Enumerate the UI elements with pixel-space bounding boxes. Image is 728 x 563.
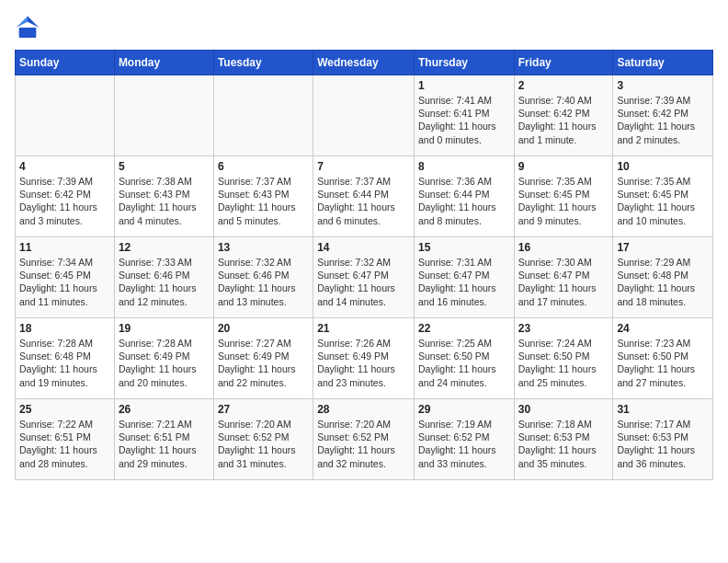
day-info: Sunrise: 7:28 AM Sunset: 6:49 PM Dayligh… [119,337,210,389]
day-number: 31 [617,403,709,416]
svg-marker-1 [17,17,28,28]
day-number: 1 [418,79,510,92]
weekday-header-wednesday: Wednesday [313,51,415,75]
day-number: 24 [617,322,709,335]
calendar-day-cell: 12Sunrise: 7:33 AM Sunset: 6:46 PM Dayli… [114,237,213,318]
page-header [15,15,713,40]
calendar-day-cell: 27Sunrise: 7:20 AM Sunset: 6:52 PM Dayli… [213,399,313,480]
day-info: Sunrise: 7:36 AM Sunset: 6:44 PM Dayligh… [418,175,510,227]
calendar-day-cell: 26Sunrise: 7:21 AM Sunset: 6:51 PM Dayli… [114,399,213,480]
calendar-day-cell [213,75,313,156]
calendar-day-cell: 5Sunrise: 7:38 AM Sunset: 6:43 PM Daylig… [114,156,213,237]
calendar-day-cell: 2Sunrise: 7:40 AM Sunset: 6:42 PM Daylig… [514,75,613,156]
day-info: Sunrise: 7:24 AM Sunset: 6:50 PM Dayligh… [518,337,609,389]
calendar-day-cell: 18Sunrise: 7:28 AM Sunset: 6:48 PM Dayli… [16,318,115,399]
day-number: 3 [617,79,709,92]
day-info: Sunrise: 7:19 AM Sunset: 6:52 PM Dayligh… [418,418,510,470]
calendar-day-cell: 17Sunrise: 7:29 AM Sunset: 6:48 PM Dayli… [613,237,713,318]
day-number: 14 [317,241,410,254]
day-number: 17 [617,241,709,254]
day-number: 28 [317,403,410,416]
calendar-week-row: 4Sunrise: 7:39 AM Sunset: 6:42 PM Daylig… [16,156,713,237]
calendar-day-cell: 1Sunrise: 7:41 AM Sunset: 6:41 PM Daylig… [414,75,514,156]
day-info: Sunrise: 7:40 AM Sunset: 6:42 PM Dayligh… [518,94,609,146]
calendar-day-cell: 3Sunrise: 7:39 AM Sunset: 6:42 PM Daylig… [613,75,713,156]
day-info: Sunrise: 7:18 AM Sunset: 6:53 PM Dayligh… [518,418,609,470]
calendar-day-cell: 29Sunrise: 7:19 AM Sunset: 6:52 PM Dayli… [414,399,514,480]
day-number: 16 [518,241,609,254]
calendar-day-cell: 25Sunrise: 7:22 AM Sunset: 6:51 PM Dayli… [16,399,115,480]
calendar-day-cell: 10Sunrise: 7:35 AM Sunset: 6:45 PM Dayli… [613,156,713,237]
calendar-day-cell: 23Sunrise: 7:24 AM Sunset: 6:50 PM Dayli… [514,318,613,399]
day-info: Sunrise: 7:37 AM Sunset: 6:43 PM Dayligh… [218,175,309,227]
day-info: Sunrise: 7:35 AM Sunset: 6:45 PM Dayligh… [617,175,709,227]
calendar-day-cell: 31Sunrise: 7:17 AM Sunset: 6:53 PM Dayli… [613,399,713,480]
day-number: 29 [418,403,510,416]
calendar-week-row: 18Sunrise: 7:28 AM Sunset: 6:48 PM Dayli… [16,318,713,399]
calendar-table: SundayMondayTuesdayWednesdayThursdayFrid… [15,50,713,480]
weekday-header-monday: Monday [114,51,213,75]
day-number: 11 [19,241,110,254]
day-number: 25 [19,403,110,416]
day-number: 30 [518,403,609,416]
day-info: Sunrise: 7:41 AM Sunset: 6:41 PM Dayligh… [418,94,510,146]
calendar-day-cell: 14Sunrise: 7:32 AM Sunset: 6:47 PM Dayli… [313,237,415,318]
day-number: 15 [418,241,510,254]
day-info: Sunrise: 7:32 AM Sunset: 6:47 PM Dayligh… [317,256,410,308]
calendar-week-row: 25Sunrise: 7:22 AM Sunset: 6:51 PM Dayli… [16,399,713,480]
logo [15,15,44,40]
calendar-day-cell: 9Sunrise: 7:35 AM Sunset: 6:45 PM Daylig… [514,156,613,237]
day-info: Sunrise: 7:29 AM Sunset: 6:48 PM Dayligh… [617,256,709,308]
day-info: Sunrise: 7:27 AM Sunset: 6:49 PM Dayligh… [218,337,309,389]
day-info: Sunrise: 7:22 AM Sunset: 6:51 PM Dayligh… [19,418,110,470]
calendar-day-cell [16,75,115,156]
calendar-day-cell: 8Sunrise: 7:36 AM Sunset: 6:44 PM Daylig… [414,156,514,237]
day-number: 18 [19,322,110,335]
day-number: 5 [119,160,210,173]
day-number: 26 [119,403,210,416]
calendar-day-cell: 6Sunrise: 7:37 AM Sunset: 6:43 PM Daylig… [213,156,313,237]
calendar-day-cell [313,75,415,156]
day-info: Sunrise: 7:20 AM Sunset: 6:52 PM Dayligh… [218,418,309,470]
weekday-header-sunday: Sunday [16,51,115,75]
day-info: Sunrise: 7:32 AM Sunset: 6:46 PM Dayligh… [218,256,309,308]
day-number: 9 [518,160,609,173]
calendar-week-row: 11Sunrise: 7:34 AM Sunset: 6:45 PM Dayli… [16,237,713,318]
calendar-day-cell: 11Sunrise: 7:34 AM Sunset: 6:45 PM Dayli… [16,237,115,318]
day-info: Sunrise: 7:30 AM Sunset: 6:47 PM Dayligh… [518,256,609,308]
day-info: Sunrise: 7:21 AM Sunset: 6:51 PM Dayligh… [119,418,210,470]
calendar-day-cell: 7Sunrise: 7:37 AM Sunset: 6:44 PM Daylig… [313,156,415,237]
weekday-header-friday: Friday [514,51,613,75]
logo-icon [15,15,40,40]
calendar-week-row: 1Sunrise: 7:41 AM Sunset: 6:41 PM Daylig… [16,75,713,156]
day-info: Sunrise: 7:20 AM Sunset: 6:52 PM Dayligh… [317,418,410,470]
day-info: Sunrise: 7:39 AM Sunset: 6:42 PM Dayligh… [19,175,110,227]
day-number: 22 [418,322,510,335]
calendar-day-cell: 15Sunrise: 7:31 AM Sunset: 6:47 PM Dayli… [414,237,514,318]
day-number: 4 [19,160,110,173]
day-number: 27 [218,403,309,416]
day-info: Sunrise: 7:31 AM Sunset: 6:47 PM Dayligh… [418,256,510,308]
day-info: Sunrise: 7:17 AM Sunset: 6:53 PM Dayligh… [617,418,709,470]
day-number: 12 [119,241,210,254]
calendar-day-cell: 20Sunrise: 7:27 AM Sunset: 6:49 PM Dayli… [213,318,313,399]
calendar-day-cell [114,75,213,156]
day-number: 6 [218,160,309,173]
calendar-day-cell: 4Sunrise: 7:39 AM Sunset: 6:42 PM Daylig… [16,156,115,237]
day-number: 20 [218,322,309,335]
day-info: Sunrise: 7:33 AM Sunset: 6:46 PM Dayligh… [119,256,210,308]
day-number: 21 [317,322,410,335]
day-info: Sunrise: 7:23 AM Sunset: 6:50 PM Dayligh… [617,337,709,389]
day-number: 2 [518,79,609,92]
calendar-header-row: SundayMondayTuesdayWednesdayThursdayFrid… [16,51,713,75]
day-number: 19 [119,322,210,335]
day-info: Sunrise: 7:37 AM Sunset: 6:44 PM Dayligh… [317,175,410,227]
day-info: Sunrise: 7:26 AM Sunset: 6:49 PM Dayligh… [317,337,410,389]
weekday-header-thursday: Thursday [414,51,514,75]
day-number: 10 [617,160,709,173]
day-number: 8 [418,160,510,173]
weekday-header-tuesday: Tuesday [213,51,313,75]
day-number: 13 [218,241,309,254]
calendar-day-cell: 16Sunrise: 7:30 AM Sunset: 6:47 PM Dayli… [514,237,613,318]
calendar-day-cell: 24Sunrise: 7:23 AM Sunset: 6:50 PM Dayli… [613,318,713,399]
